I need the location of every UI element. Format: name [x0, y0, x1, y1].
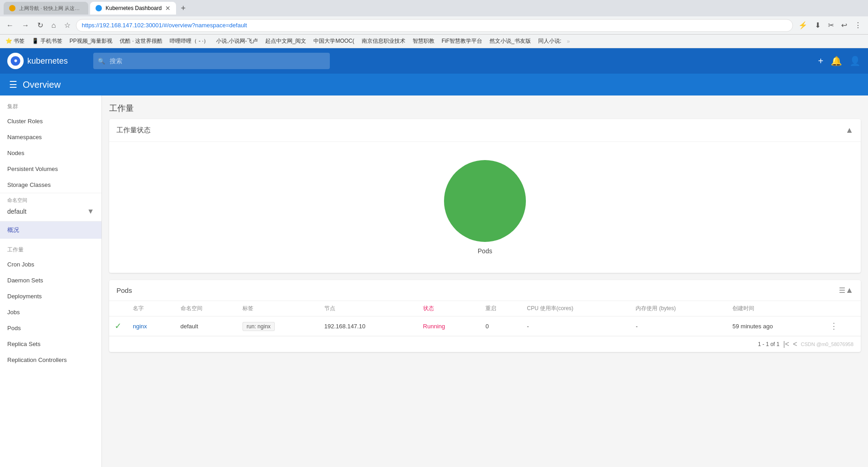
pod-status-icon-cell: ✓ [109, 316, 127, 336]
user-account-button[interactable]: 👤 [849, 55, 861, 66]
bookmark-tongren[interactable]: 同人小说: [536, 36, 563, 46]
bookmark-ranwen[interactable]: 然文小说_书友版 [488, 36, 533, 46]
pod-row-more-button[interactable]: ⋮ [830, 321, 838, 331]
col-created-header: 创建时间 [727, 301, 824, 316]
bookmark-bookmarks[interactable]: ⭐ 书签 [4, 36, 26, 46]
pods-table-card: Pods ☰ ▲ 名字 命名空间 标签 节点 状态 重启 [109, 280, 861, 352]
collapse-card-button[interactable]: ▲ [845, 126, 853, 135]
sidebar-item-namespaces[interactable]: Namespaces [0, 129, 101, 145]
address-bar[interactable] [76, 19, 793, 32]
pod-name-cell: nginx [127, 316, 175, 336]
namespace-value: default [7, 208, 26, 215]
sidebar-item-pods[interactable]: Pods [0, 320, 101, 336]
k8s-body: 集群 Cluster Roles Namespaces Nodes Persis… [0, 95, 868, 467]
col-status-header: 状态 [418, 301, 480, 316]
pod-status-cell: Running [418, 316, 480, 336]
bookmark-qidian[interactable]: 起点中文网_阅文 [263, 36, 308, 46]
pods-chart-label: Pods [478, 247, 492, 255]
pod-restarts-cell: 0 [480, 316, 521, 336]
bookmark-njit[interactable]: 南京信息职业技术 [360, 36, 407, 46]
sidebar: 集群 Cluster Roles Namespaces Nodes Persis… [0, 95, 102, 467]
tab-other[interactable]: 上网导航 · 轻快上网 从这里开始 [4, 2, 88, 15]
pod-labels-cell: run: nginx [237, 316, 319, 336]
bookmark-mooc[interactable]: 中国大学MOOC( [312, 36, 356, 46]
scissors-button[interactable]: ✂ [825, 19, 837, 31]
col-cpu-header: CPU 使用率(cores) [521, 301, 630, 316]
sidebar-item-daemon-sets[interactable]: Daemon Sets [0, 272, 101, 288]
sidebar-item-overview[interactable]: 概况 [0, 221, 101, 239]
pod-namespace-cell: default [175, 316, 237, 336]
forward-button[interactable]: → [19, 20, 32, 31]
workload-status-card-header: 工作量状态 ▲ [109, 119, 861, 142]
tab-k8s[interactable]: Kubernetes Dashboard ✕ [90, 2, 176, 15]
pod-name-link[interactable]: nginx [133, 323, 147, 330]
tab-k8s-favicon [96, 5, 102, 11]
col-actions-header [824, 301, 861, 316]
sidebar-item-persistent-volumes[interactable]: Persistent Volumes [0, 161, 101, 177]
card-header-actions: ▲ [845, 126, 853, 135]
pagination-info: 1 - 1 of 1 [758, 341, 779, 347]
sidebar-item-jobs[interactable]: Jobs [0, 304, 101, 320]
page-title-bar: ☰ Overview [0, 74, 868, 95]
sidebar-item-cron-jobs[interactable]: Cron Jobs [0, 256, 101, 272]
sidebar-item-nodes[interactable]: Nodes [0, 145, 101, 161]
pod-created-cell: 59 minutes ago [727, 316, 824, 336]
collapse-pods-button[interactable]: ▲ [845, 286, 853, 295]
bookmark-pp[interactable]: PP视频_海量影视 [68, 36, 115, 46]
tab-k8s-label: Kubernetes Dashboard [106, 5, 161, 11]
tab-other-favicon [9, 5, 15, 11]
sidebar-item-replica-sets[interactable]: Replica Sets [0, 336, 101, 352]
chart-area: Pods [109, 142, 861, 273]
download-button[interactable]: ⬇ [812, 19, 823, 31]
pods-chart-circle [444, 160, 526, 242]
notifications-button[interactable]: 🔔 [831, 55, 842, 66]
more-menu-button[interactable]: ⋮ [852, 19, 864, 31]
extensions-button[interactable]: ⚡ [796, 19, 810, 31]
bookmark-mobile[interactable]: 📱 手机书签 [30, 36, 64, 46]
add-resource-button[interactable]: + [818, 56, 823, 66]
hamburger-menu-button[interactable]: ☰ [9, 79, 17, 90]
col-name-header: 名字 [127, 301, 175, 316]
tab-bar: 上网导航 · 轻快上网 从这里开始 Kubernetes Dashboard ✕… [0, 0, 868, 16]
pod-label-tag[interactable]: run: nginx [242, 322, 275, 331]
bookmark-zhihui[interactable]: 智慧职教 [411, 36, 436, 46]
sidebar-item-replication-controllers[interactable]: Replication Controllers [0, 352, 101, 368]
filter-pods-button[interactable]: ☰ [839, 286, 845, 295]
tab-other-label: 上网导航 · 轻快上网 从这里开始 [19, 5, 83, 12]
nav-actions: ⚡ ⬇ ✂ ↩ ⋮ [796, 19, 864, 31]
search-icon: 🔍 [98, 58, 105, 65]
home-button[interactable]: ⌂ [49, 20, 59, 31]
pod-memory-cell: - [630, 316, 727, 336]
csdn-watermark: CSDN @m0_58076958 [801, 341, 853, 347]
workload-status-card: 工作量状态 ▲ Pods [109, 119, 861, 273]
k8s-app-header: ⎈ kubernetes 🔍 + 🔔 👤 [0, 48, 868, 74]
refresh-button[interactable]: ↻ [35, 19, 46, 31]
sidebar-item-deployments[interactable]: Deployments [0, 288, 101, 304]
bookmark-star-button[interactable]: ☆ [61, 19, 73, 31]
col-status-icon [109, 301, 127, 316]
namespace-select[interactable]: default ▼ [7, 206, 94, 217]
new-tab-button[interactable]: + [178, 4, 188, 13]
bookmark-bilibili[interactable]: 哔哩哔哩（ - ·） [168, 36, 211, 46]
bookmark-feilu[interactable]: 小说,小说网-飞卢 [214, 36, 259, 46]
sidebar-item-cluster-roles[interactable]: Cluster Roles [0, 113, 101, 129]
first-page-button[interactable]: |< [783, 340, 789, 348]
bookmark-fif[interactable]: FiF智慧教学平台 [440, 36, 484, 46]
browser-chrome: 上网导航 · 轻快上网 从这里开始 Kubernetes Dashboard ✕… [0, 0, 868, 48]
pagination-bar: 1 - 1 of 1 |< < CSDN @m0_58076958 [109, 336, 861, 352]
prev-page-button[interactable]: < [793, 340, 797, 348]
kubernetes-logo-icon: ⎈ [10, 56, 20, 66]
k8s-logo-text: kubernetes [27, 56, 68, 66]
table-row: ✓ nginx default run: nginx 192.168.147.1… [109, 316, 861, 336]
col-restarts-header: 重启 [480, 301, 521, 316]
tab-close-btn[interactable]: ✕ [165, 5, 171, 12]
k8s-logo: ⎈ [7, 53, 24, 69]
sidebar-item-storage-classes[interactable]: Storage Classes [0, 177, 101, 193]
back-button[interactable]: ← [4, 20, 16, 31]
bookmark-youku[interactable]: 优酷 · 这世界很酷 [118, 36, 164, 46]
nav-bar: ← → ↻ ⌂ ☆ ⚡ ⬇ ✂ ↩ ⋮ [0, 16, 868, 35]
svg-text:⎈: ⎈ [14, 58, 18, 63]
search-input[interactable] [93, 53, 330, 69]
chevron-down-icon: ▼ [87, 207, 94, 216]
undo-button[interactable]: ↩ [838, 19, 850, 31]
